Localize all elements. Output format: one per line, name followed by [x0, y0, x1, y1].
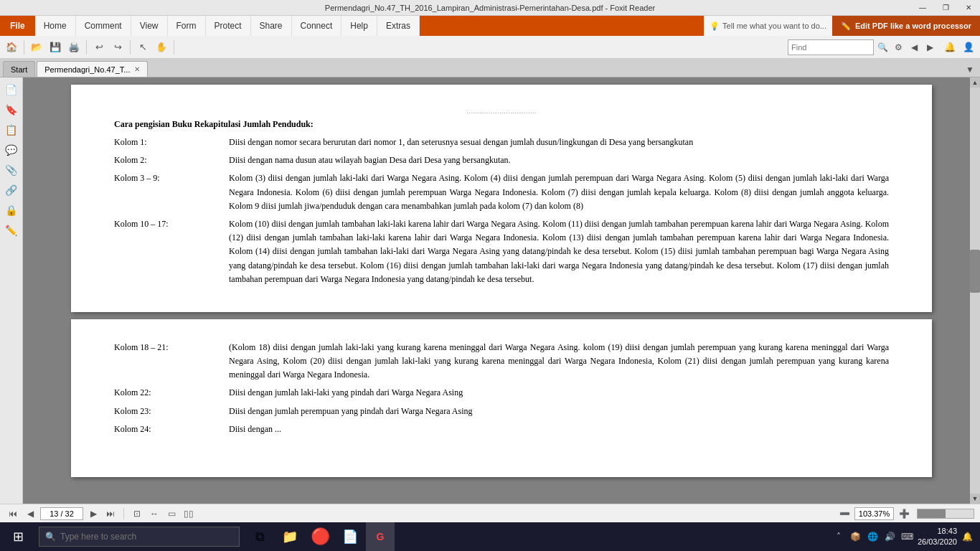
file-explorer-button[interactable]: 📁 — [275, 522, 304, 551]
tab-pdf[interactable]: Permendagri_No.47_T... ✕ — [37, 61, 148, 77]
kolom10-17-row: Kolom 10 – 17: Kolom (10) diisi dengan j… — [114, 217, 889, 286]
tab-dropdown-icon[interactable]: ▼ — [963, 62, 977, 77]
nav-fit-page-icon[interactable]: ⊡ — [130, 507, 144, 520]
nav-two-page-icon[interactable]: ▯▯ — [182, 507, 196, 520]
toolbar: 🏠 📂 💾 🖨️ ↩ ↪ ↖ ✋ 🔍 ⚙ ◀ ▶ 🔔 👤 — [0, 36, 980, 59]
file-menu[interactable]: File — [0, 16, 35, 36]
toolbar-redo-icon[interactable]: ↪ — [109, 39, 126, 56]
toolbar-open-icon[interactable]: 📂 — [28, 39, 45, 56]
sidebar-comment-icon[interactable]: 💬 — [2, 141, 21, 159]
kolom18-21-label: Kolom 18 – 21: — [114, 341, 229, 382]
find-input[interactable] — [788, 39, 874, 55]
zoom-in-icon[interactable]: ➕ — [897, 507, 911, 520]
comment-menu[interactable]: Comment — [76, 16, 131, 36]
toolbar-cursor-icon[interactable]: ↖ — [134, 39, 151, 56]
foxit-icon: G — [377, 531, 385, 542]
sidebar-sign-icon[interactable]: ✏️ — [2, 221, 21, 240]
toolbar-home-icon[interactable]: 🏠 — [3, 39, 20, 56]
sidebar-bookmark-icon[interactable]: 🔖 — [2, 100, 21, 119]
minimize-button[interactable]: — — [911, 0, 934, 15]
extras-menu[interactable]: Extras — [377, 16, 420, 36]
show-hidden-icons[interactable]: ˄ — [831, 529, 846, 544]
notepad-icon: 📄 — [342, 529, 358, 545]
pdf-scroll[interactable]: ................................ Cara pe… — [23, 77, 980, 504]
tab-start[interactable]: Start — [3, 61, 35, 77]
nav-fit-width-icon[interactable]: ↔ — [147, 507, 161, 520]
pdf-area: ................................ Cara pe… — [23, 77, 980, 504]
toolbar-sep3 — [130, 40, 131, 55]
scroll-thumb[interactable] — [970, 250, 980, 293]
home-menu[interactable]: Home — [35, 16, 76, 36]
sidebar-security-icon[interactable]: 🔒 — [2, 201, 21, 220]
sidebar: 📄 🔖 📋 💬 📎 🔗 🔒 ✏️ — [0, 77, 23, 504]
task-view-button[interactable]: ⧉ — [245, 522, 274, 551]
sidebar-layers-icon[interactable]: 📋 — [2, 121, 21, 139]
notepad-button[interactable]: 📄 — [336, 522, 364, 551]
find-button[interactable]: 🔍 — [875, 40, 890, 55]
volume-icon[interactable]: 🔊 — [883, 529, 897, 544]
foxit-button[interactable]: G — [366, 522, 395, 551]
help-menu[interactable]: Help — [341, 16, 377, 36]
sidebar-link-icon[interactable]: 🔗 — [2, 181, 21, 199]
nav-prev-icon[interactable]: ◀ — [23, 507, 37, 520]
input-icon[interactable]: ⌨ — [900, 529, 915, 544]
taskbar-icons: ⧉ 📁 🔴 📄 G — [245, 522, 395, 551]
firefox-icon: 🔴 — [311, 527, 330, 546]
restore-button[interactable]: ❒ — [934, 0, 957, 15]
scroll-down-arrow[interactable]: ▼ — [970, 494, 980, 504]
kolom2-content: Diisi dengan nama dusun atau wilayah bag… — [229, 154, 889, 167]
network-icon[interactable]: 🌐 — [866, 529, 880, 544]
firefox-button[interactable]: 🔴 — [306, 522, 334, 551]
toolbar-undo-icon[interactable]: ↩ — [90, 39, 108, 56]
zoom-out-icon[interactable]: ➖ — [837, 507, 852, 520]
time-display[interactable]: 18:43 26/03/2020 — [918, 526, 957, 548]
file-explorer-icon: 📁 — [282, 529, 298, 545]
dropbox-icon[interactable]: 📦 — [849, 529, 863, 544]
nav-single-page-icon[interactable]: ▭ — [164, 507, 179, 520]
share-menu[interactable]: Share — [251, 16, 292, 36]
scroll-up-arrow[interactable]: ▲ — [970, 77, 980, 88]
kolom24-row: Kolom 24: Diisi dengan ... — [114, 423, 889, 436]
kolom3-9-content: Kolom (3) diisi dengan jumlah laki-laki … — [229, 171, 889, 213]
nav-first-icon[interactable]: ⏮ — [6, 507, 20, 520]
taskbar-search[interactable]: 🔍 — [39, 527, 240, 547]
kolom3-9-label: Kolom 3 – 9: — [114, 171, 229, 213]
kolom1-content: Diisi dengan nomor secara berurutan dari… — [229, 136, 889, 149]
tell-me-bar[interactable]: 💡 Tell me what you want to do... — [710, 22, 826, 31]
start-button[interactable]: ⊞ — [0, 522, 36, 551]
zoom-input[interactable] — [854, 507, 894, 520]
find-settings-icon[interactable]: ⚙ — [891, 40, 905, 55]
connect-menu[interactable]: Connect — [292, 16, 342, 36]
nav-next-icon[interactable]: ▶ — [86, 507, 100, 520]
kolom23-row: Kolom 23: Diisi dengan jumlah perempuan … — [114, 405, 889, 418]
task-view-icon: ⧉ — [255, 529, 265, 545]
nav-last-icon[interactable]: ⏭ — [103, 507, 118, 520]
toolbar-save-icon[interactable]: 💾 — [47, 39, 64, 56]
edit-pdf-button[interactable]: ✏️ Edit PDF like a word processor — [832, 16, 980, 36]
kolom1-label: Kolom 1: — [114, 136, 229, 149]
notification-button[interactable]: 🔔 — [960, 522, 974, 551]
scrollbar[interactable]: ▲ ▼ — [970, 77, 980, 504]
view-menu[interactable]: View — [131, 16, 168, 36]
page-input[interactable] — [40, 507, 83, 520]
toolbar-user-icon[interactable]: 👤 — [960, 39, 977, 56]
protect-menu[interactable]: Protect — [206, 16, 251, 36]
toolbar-sep4 — [174, 40, 174, 55]
find-prev-icon[interactable]: ◀ — [907, 40, 921, 55]
tab-close-icon[interactable]: ✕ — [134, 65, 140, 73]
tabbar: Start Permendagri_No.47_T... ✕ ▼ — [0, 59, 980, 77]
sidebar-page-icon[interactable]: 📄 — [2, 80, 21, 99]
pdf-page1-heading: Cara pengisian Buku Rekapitulasi Jumlah … — [114, 119, 889, 130]
kolom23-label: Kolom 23: — [114, 405, 229, 418]
form-menu[interactable]: Form — [168, 16, 206, 36]
close-button[interactable]: ✕ — [957, 0, 980, 15]
toolbar-hand-icon[interactable]: ✋ — [153, 39, 170, 56]
toolbar-bell-icon[interactable]: 🔔 — [941, 39, 958, 56]
search-input[interactable] — [60, 532, 233, 542]
zoom-slider[interactable] — [917, 509, 974, 519]
sidebar-attach-icon[interactable]: 📎 — [2, 161, 21, 179]
kolom3-9-row: Kolom 3 – 9: Kolom (3) diisi dengan juml… — [114, 171, 889, 213]
scroll-track[interactable] — [970, 88, 980, 494]
find-next-icon[interactable]: ▶ — [923, 40, 937, 55]
toolbar-print-icon[interactable]: 🖨️ — [65, 39, 83, 56]
